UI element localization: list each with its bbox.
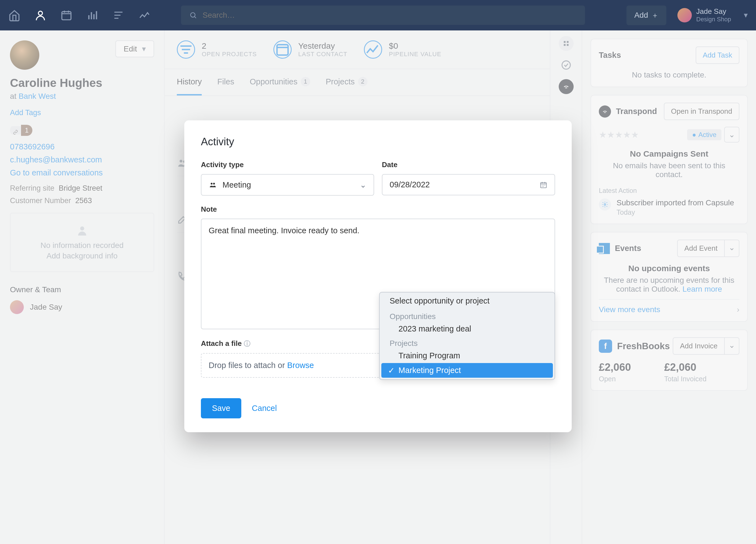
calendar-icon	[540, 181, 547, 189]
note-label: Note	[201, 205, 555, 214]
dropdown-header: Select opportunity or project	[380, 292, 555, 309]
modal-backdrop: Activity Activity type Meeting ⌄ Date 09…	[0, 0, 756, 544]
activity-type-label: Activity type	[201, 160, 374, 169]
info-icon[interactable]: ⓘ	[244, 340, 250, 347]
svg-point-14	[213, 183, 215, 185]
drop-text: Drop files to attach or	[209, 361, 287, 370]
save-button[interactable]: Save	[201, 398, 241, 418]
dropdown-group: Projects	[380, 336, 555, 348]
modal-title: Activity	[201, 136, 555, 148]
activity-type-select[interactable]: Meeting ⌄	[201, 174, 374, 196]
dropdown-group: Opportunities	[380, 309, 555, 322]
activity-type-value: Meeting	[222, 180, 251, 190]
link-select-dropdown: Select opportunity or project Opportunit…	[379, 292, 555, 380]
svg-point-13	[211, 183, 213, 185]
activity-modal: Activity Activity type Meeting ⌄ Date 09…	[184, 120, 572, 432]
people-icon	[209, 181, 217, 188]
browse-link[interactable]: Browse	[287, 361, 314, 370]
chevron-down-icon: ⌄	[360, 180, 366, 190]
dropdown-option[interactable]: 2023 marketing deal	[380, 322, 555, 336]
date-input[interactable]: 09/28/2022	[382, 174, 555, 195]
cancel-button[interactable]: Cancel	[252, 404, 277, 413]
date-value: 09/28/2022	[390, 180, 430, 189]
date-label: Date	[382, 160, 555, 169]
dropdown-option-selected[interactable]: Marketing Project	[381, 363, 553, 378]
dropdown-option[interactable]: Training Program	[380, 348, 555, 363]
